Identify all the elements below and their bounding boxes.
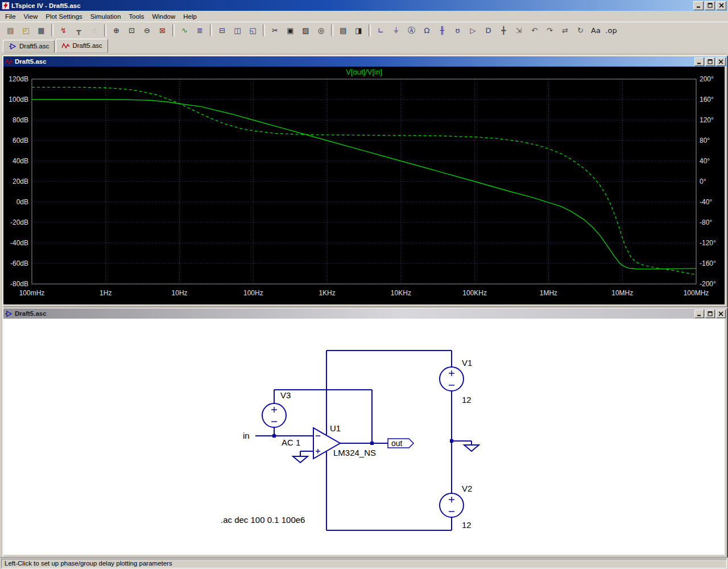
- spice-netlist-icon[interactable]: ≣: [193, 24, 207, 37]
- x-tick[interactable]: 10Hz: [172, 289, 188, 297]
- menu-window[interactable]: Window: [148, 12, 179, 21]
- y-left-tick[interactable]: 100dB: [9, 96, 28, 104]
- maximize-button[interactable]: [705, 57, 715, 66]
- tab-schematic[interactable]: Draft5.asc: [3, 40, 55, 53]
- voltage-source-v1-symbol[interactable]: [440, 367, 464, 391]
- v1-refdes-label[interactable]: V1: [462, 358, 472, 368]
- y-right-tick[interactable]: -200°: [700, 280, 716, 288]
- zoom-region-icon[interactable]: ⊡: [125, 24, 139, 37]
- x-tick[interactable]: 1MHz: [540, 289, 557, 297]
- place-diode-icon[interactable]: ▷: [466, 24, 480, 37]
- cascade-windows-icon[interactable]: ◱: [246, 24, 260, 37]
- x-tick[interactable]: 10KHz: [391, 289, 411, 297]
- print-icon[interactable]: ▤: [336, 24, 350, 37]
- y-right-tick[interactable]: 80°: [700, 137, 710, 145]
- voltage-source-v3-symbol[interactable]: [262, 403, 286, 427]
- redo-icon[interactable]: ↷: [543, 24, 557, 37]
- v3-refdes-label[interactable]: V3: [280, 390, 291, 400]
- u1-refdes-label[interactable]: U1: [330, 423, 341, 433]
- y-left-tick[interactable]: -60dB: [10, 259, 28, 267]
- close-button[interactable]: [716, 310, 726, 318]
- x-tick[interactable]: 100Hz: [243, 289, 263, 297]
- y-left-tick[interactable]: 80dB: [13, 116, 28, 124]
- tile-horizontally-icon[interactable]: ⊟: [215, 24, 229, 37]
- y-left-tick[interactable]: -20dB: [10, 218, 28, 226]
- place-net-label-icon[interactable]: Ⓐ: [404, 24, 419, 37]
- place-capacitor-icon[interactable]: ╫: [435, 24, 449, 37]
- control-panel-icon[interactable]: ┳: [72, 24, 86, 37]
- spice-directive-text[interactable]: .ac dec 100 0.1 100e6: [221, 515, 305, 525]
- spice-directive-icon[interactable]: .op: [604, 24, 618, 37]
- in-net-label[interactable]: in: [243, 431, 250, 440]
- y-right-tick[interactable]: 40°: [700, 157, 710, 165]
- y-right-tick[interactable]: -80°: [700, 218, 712, 226]
- y-right-tick[interactable]: -40°: [700, 198, 712, 206]
- menu-file[interactable]: File: [1, 12, 20, 21]
- open-file-icon[interactable]: ◰: [19, 24, 33, 37]
- voltage-source-v2-symbol[interactable]: [440, 493, 464, 517]
- cut-icon[interactable]: ✂: [268, 24, 282, 37]
- tile-vertically-icon[interactable]: ◫: [230, 24, 245, 37]
- x-tick[interactable]: 1Hz: [100, 289, 111, 297]
- y-right-tick[interactable]: -120°: [700, 239, 716, 247]
- x-tick[interactable]: 100mHz: [19, 289, 45, 297]
- zoom-out-icon[interactable]: ⊖: [140, 24, 154, 37]
- zoom-full-extents-icon[interactable]: ⊠: [155, 24, 169, 37]
- u1-value-label[interactable]: LM324_NS: [333, 448, 376, 457]
- close-button[interactable]: [716, 1, 726, 10]
- find-icon[interactable]: ◎: [314, 24, 328, 37]
- y-left-tick[interactable]: -40dB: [10, 239, 28, 247]
- mirror-icon[interactable]: ⇄: [558, 24, 572, 37]
- minimize-button[interactable]: [693, 1, 704, 10]
- run-simulation-icon[interactable]: ↯: [56, 24, 71, 37]
- drag-icon[interactable]: ⇲: [512, 24, 526, 37]
- schematic-pane[interactable]: V3 AC 1 in U1 LM324_NS out V1 12 V2 12 .…: [3, 319, 725, 555]
- draw-wire-icon[interactable]: ∟: [374, 24, 388, 37]
- print-setup-icon[interactable]: ◨: [351, 24, 366, 37]
- save-icon[interactable]: ▦: [34, 24, 48, 37]
- x-tick[interactable]: 100MHz: [684, 289, 709, 297]
- copy-icon[interactable]: ▣: [283, 24, 297, 37]
- title-bar[interactable]: LTspice IV - Draft5.asc: [0, 0, 728, 11]
- v2-value-label[interactable]: 12: [462, 520, 471, 530]
- v2-refdes-label[interactable]: V2: [462, 484, 472, 493]
- schematic-window-titlebar[interactable]: Draft5.asc: [3, 308, 727, 319]
- new-schematic-icon[interactable]: ▤: [3, 24, 18, 37]
- maximize-button[interactable]: [705, 310, 715, 318]
- menu-plot-settings[interactable]: Plot Settings: [42, 12, 86, 21]
- y-left-tick[interactable]: 120dB: [9, 75, 28, 83]
- place-resistor-icon[interactable]: Ω: [420, 24, 434, 37]
- y-left-tick[interactable]: 0dB: [16, 198, 28, 206]
- place-inductor-icon[interactable]: ʊ: [450, 24, 465, 37]
- y-left-tick[interactable]: 20dB: [13, 178, 28, 185]
- minimize-button[interactable]: [694, 310, 704, 318]
- x-tick[interactable]: 10MHz: [611, 289, 633, 297]
- v3-value-label[interactable]: AC 1: [282, 438, 300, 447]
- rotate-icon[interactable]: ↻: [573, 24, 588, 37]
- waveform-pane[interactable]: 120dB200°100dB160°80dB120°60dB80°40dB40°…: [3, 67, 725, 304]
- place-component-icon[interactable]: D: [481, 24, 495, 37]
- tab-waveform[interactable]: Draft5.asc: [56, 39, 107, 53]
- place-ground-icon[interactable]: ⏚: [389, 24, 403, 37]
- y-right-tick[interactable]: -160°: [700, 259, 716, 267]
- zoom-in-icon[interactable]: ⊕: [109, 24, 123, 37]
- schematic-canvas[interactable]: [3, 319, 725, 555]
- waveform-window-titlebar[interactable]: Draft5.asc: [3, 56, 727, 67]
- x-tick[interactable]: 100KHz: [462, 289, 487, 297]
- menu-help[interactable]: Help: [179, 12, 201, 21]
- y-right-tick[interactable]: 0°: [700, 178, 706, 185]
- paste-icon[interactable]: ▨: [299, 24, 313, 37]
- y-left-tick[interactable]: 60dB: [13, 137, 28, 145]
- maximize-button[interactable]: [705, 1, 715, 10]
- bode-plot-canvas[interactable]: 120dB200°100dB160°80dB120°60dB80°40dB40°…: [3, 67, 725, 304]
- menu-view[interactable]: View: [20, 12, 42, 21]
- y-right-tick[interactable]: 200°: [700, 75, 714, 83]
- minimize-button[interactable]: [694, 57, 704, 66]
- y-right-tick[interactable]: 120°: [700, 116, 714, 124]
- v1-value-label[interactable]: 12: [462, 395, 471, 405]
- plot-trace-title[interactable]: V[out]/V[in]: [346, 68, 382, 76]
- y-left-tick[interactable]: 40dB: [13, 157, 28, 165]
- autorange-y-axis-icon[interactable]: ∿: [177, 24, 192, 37]
- move-icon[interactable]: ╋: [497, 24, 511, 37]
- close-button[interactable]: [716, 57, 726, 66]
